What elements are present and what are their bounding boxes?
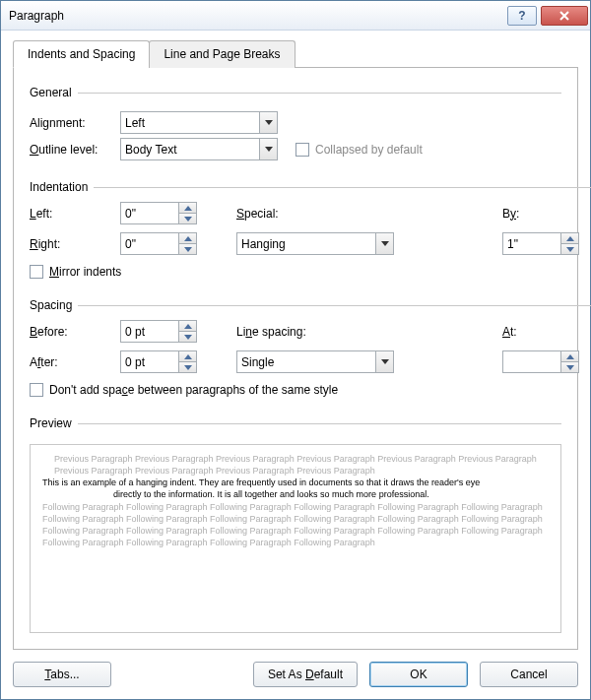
tab-label: Indents and Spacing <box>28 47 135 61</box>
group-spacing: Spacing Before: 0 pt Line spacing: At: A… <box>30 298 591 405</box>
paragraph-dialog: Paragraph ? Indents and Spacing Line and… <box>0 0 591 700</box>
indent-right-spinner[interactable]: 0" <box>120 232 197 255</box>
chevron-down-icon[interactable] <box>179 213 196 223</box>
indent-special-combo[interactable]: Hanging <box>236 232 394 255</box>
help-button[interactable]: ? <box>507 6 537 26</box>
chevron-up-icon[interactable] <box>561 351 578 361</box>
set-default-button[interactable]: Set As Default <box>253 662 358 687</box>
collapsed-checkbox: Collapsed by default <box>296 143 423 157</box>
group-legend: Preview <box>30 416 78 430</box>
alignment-combo[interactable]: Left <box>120 111 278 134</box>
close-icon <box>558 11 570 21</box>
indent-by-spinner[interactable]: 1" <box>502 232 579 255</box>
spacing-before-spinner[interactable]: 0 pt <box>120 320 197 343</box>
indent-special-value: Hanging <box>241 237 375 251</box>
indent-right-value: 0" <box>125 237 178 251</box>
preview-body-line1: This is an example of a hanging indent. … <box>42 477 549 488</box>
outline-level-combo[interactable]: Body Text <box>120 138 278 160</box>
group-general: General Alignment: Left Outline level: B… <box>30 86 561 168</box>
window-title: Paragraph <box>9 9 505 23</box>
collapsed-label: Collapsed by default <box>315 143 423 157</box>
chevron-up-icon[interactable] <box>179 321 196 331</box>
chevron-down-icon[interactable] <box>179 361 196 372</box>
preview-body-line2: directly to the information. It is all t… <box>42 488 549 500</box>
alignment-label: Alignment: <box>30 116 120 130</box>
chevron-up-icon[interactable] <box>561 233 578 243</box>
alignment-value: Left <box>125 116 259 130</box>
chevron-up-icon[interactable] <box>179 351 196 361</box>
no-space-same-style-checkbox[interactable]: Don't add space between paragraphs of th… <box>30 383 338 397</box>
line-spacing-combo[interactable]: Single <box>236 350 394 373</box>
indent-by-value: 1" <box>507 237 560 251</box>
chevron-down-icon[interactable] <box>561 243 578 254</box>
close-button[interactable] <box>541 6 588 26</box>
chevron-up-icon[interactable] <box>179 233 196 243</box>
chevron-down-icon <box>375 351 393 372</box>
checkbox-icon <box>296 143 309 157</box>
checkbox-icon <box>30 265 43 279</box>
tab-bar: Indents and Spacing Line and Page Breaks <box>13 40 578 68</box>
indent-right-label: Right: <box>30 237 120 251</box>
no-space-label: Don't add space between paragraphs of th… <box>49 383 338 397</box>
chevron-down-icon <box>259 112 277 133</box>
spacing-before-value: 0 pt <box>125 325 178 339</box>
tabs-button[interactable]: Tabs... <box>13 662 111 687</box>
chevron-up-icon[interactable] <box>179 203 196 213</box>
titlebar: Paragraph ? <box>1 1 590 31</box>
line-spacing-value: Single <box>241 355 375 369</box>
chevron-down-icon <box>259 139 277 159</box>
outline-level-value: Body Text <box>125 143 259 157</box>
indent-by-label: By: <box>502 207 552 221</box>
line-spacing-label: Line spacing: <box>236 325 333 339</box>
mirror-label: Mirror indents <box>49 265 121 279</box>
checkbox-icon <box>30 383 43 397</box>
spacing-after-value: 0 pt <box>125 355 178 369</box>
client-area: Indents and Spacing Line and Page Breaks… <box>1 31 590 699</box>
tab-panel: General Alignment: Left Outline level: B… <box>13 67 578 650</box>
spacing-after-spinner[interactable]: 0 pt <box>120 350 197 373</box>
chevron-down-icon <box>375 233 393 254</box>
preview-pane: Previous Paragraph Previous Paragraph Pr… <box>30 444 561 633</box>
group-indentation: Indentation Left: 0" Special: By: Right:… <box>30 180 591 286</box>
tab-label: Line and Page Breaks <box>164 47 280 61</box>
preview-follow-text: Following Paragraph Following Paragraph … <box>42 501 549 549</box>
tab-line-page-breaks[interactable]: Line and Page Breaks <box>149 40 295 68</box>
indent-special-label: Special: <box>236 207 333 221</box>
preview-prev-text: Previous Paragraph Previous Paragraph Pr… <box>42 453 549 477</box>
spacing-after-label: After: <box>30 355 120 369</box>
spacing-before-label: Before: <box>30 325 120 339</box>
chevron-down-icon[interactable] <box>179 331 196 342</box>
mirror-indents-checkbox[interactable]: Mirror indents <box>30 265 121 279</box>
indent-left-label: Left: <box>30 207 120 221</box>
outline-level-label: Outline level: <box>30 143 120 157</box>
chevron-down-icon[interactable] <box>561 361 578 372</box>
spacing-at-spinner[interactable] <box>502 350 579 373</box>
group-preview: Preview Previous Paragraph Previous Para… <box>30 416 561 637</box>
chevron-down-icon[interactable] <box>179 243 196 254</box>
ok-button[interactable]: OK <box>369 662 468 687</box>
dialog-footer: Tabs... Set As Default OK Cancel <box>13 650 578 687</box>
indent-left-spinner[interactable]: 0" <box>120 202 197 224</box>
indent-left-value: 0" <box>125 207 178 221</box>
tab-indents-spacing[interactable]: Indents and Spacing <box>13 40 150 68</box>
group-legend: Spacing <box>30 298 78 312</box>
spacing-at-label: At: <box>502 325 552 339</box>
group-legend: Indentation <box>30 180 94 194</box>
group-legend: General <box>30 86 78 99</box>
cancel-button[interactable]: Cancel <box>480 662 578 687</box>
